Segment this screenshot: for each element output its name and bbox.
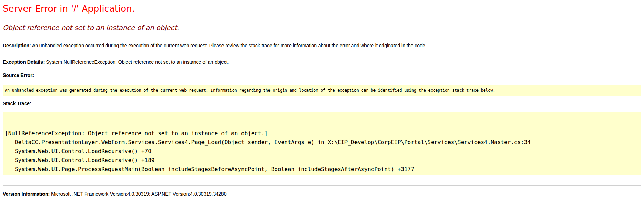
source-error-box: An unhandled exception was generated dur… bbox=[3, 85, 641, 96]
footer-divider bbox=[3, 185, 641, 186]
version-info-line: Version Information: Microsoft .NET Fram… bbox=[3, 191, 641, 197]
asp-net-error-page: { "page": { "title": "Server Error in '/… bbox=[3, 0, 641, 208]
stack-trace-box: [NullReferenceException: Object referenc… bbox=[3, 112, 641, 175]
stack-trace-content: [NullReferenceException: Object referenc… bbox=[5, 129, 640, 174]
exception-details-text: System.NullReferenceException: Object re… bbox=[45, 59, 229, 65]
description-label: Description: bbox=[3, 43, 31, 48]
version-info-label: Version Information: bbox=[3, 191, 50, 197]
exception-details-line: Exception Details: System.NullReferenceE… bbox=[3, 59, 641, 65]
exception-details-label: Exception Details: bbox=[3, 59, 45, 65]
page-title: Server Error in '/' Application. bbox=[3, 3, 641, 14]
stack-trace-heading: Stack Trace: bbox=[3, 101, 641, 106]
description-line: Description: An unhandled exception occu… bbox=[3, 43, 641, 48]
title-divider bbox=[3, 18, 641, 18]
version-info-text: Microsoft .NET Framework Version:4.0.303… bbox=[50, 191, 226, 197]
source-error-label: Source Error: bbox=[3, 72, 34, 78]
source-error-heading: Source Error: bbox=[3, 72, 641, 78]
description-text: An unhandled exception occurred during t… bbox=[31, 43, 427, 48]
stack-trace-label: Stack Trace: bbox=[3, 101, 31, 106]
error-subtitle: Object reference not set to an instance … bbox=[3, 24, 641, 32]
